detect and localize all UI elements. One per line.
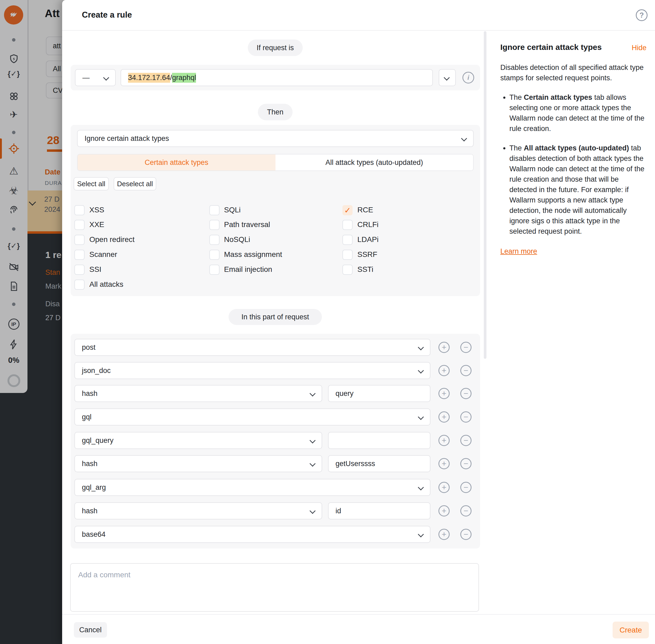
checkbox-xss[interactable]: [74, 205, 85, 215]
remove-part-button[interactable]: −: [460, 342, 471, 353]
add-part-button[interactable]: +: [439, 388, 450, 399]
checkbox-rce-checked[interactable]: ✓: [343, 205, 353, 215]
help-bullet-list: The Certain attack types tab allows sele…: [500, 92, 647, 237]
pill-label: If request is: [257, 44, 294, 52]
checkbox-crlfi[interactable]: [343, 220, 353, 230]
select-value: gql_query: [82, 436, 114, 445]
checkbox-mass-assignment[interactable]: [209, 250, 219, 260]
checkbox-label: RCE: [357, 206, 373, 214]
uri-input[interactable]: 34.172.17.64/graphql: [120, 69, 433, 86]
add-part-button[interactable]: +: [439, 482, 450, 493]
modal-scrollbar[interactable]: [484, 31, 487, 359]
pill-request-part: In this part of request: [229, 309, 322, 325]
info-glyph: i: [468, 74, 469, 82]
checkbox-scanner[interactable]: [74, 250, 85, 260]
remove-part-button[interactable]: −: [460, 435, 471, 446]
help-icon[interactable]: ?: [636, 9, 648, 21]
pill-if-request-is: If request is: [248, 40, 303, 56]
bullet-bold: All attack types (auto-updated): [524, 144, 629, 152]
chevron-down-icon: [103, 75, 109, 81]
hide-link[interactable]: Hide: [632, 44, 647, 52]
deselect-all-button[interactable]: Deselect all: [114, 177, 156, 190]
part-select-hash[interactable]: hash: [74, 385, 322, 402]
rule-action-value: Ignore certain attack types: [85, 135, 169, 143]
checkbox-label: SQLi: [224, 206, 240, 214]
remove-part-button[interactable]: −: [460, 482, 471, 493]
part-select-hash[interactable]: hash: [74, 502, 322, 520]
select-value: json_doc: [82, 367, 111, 375]
create-button[interactable]: Create: [613, 622, 649, 638]
checkbox-path-traversal[interactable]: [209, 220, 219, 230]
info-icon[interactable]: i: [463, 72, 474, 84]
add-part-button[interactable]: +: [439, 458, 450, 469]
checkbox-open-redirect[interactable]: [74, 235, 85, 245]
checkbox-ssti[interactable]: [343, 264, 353, 275]
part-value-input-empty[interactable]: [328, 432, 430, 449]
select-value: hash: [82, 460, 98, 468]
checkbox-xxe[interactable]: [74, 220, 85, 230]
rule-action-select[interactable]: Ignore certain attack types: [77, 130, 474, 147]
help-title: Ignore certain attack types: [500, 43, 602, 51]
method-select[interactable]: —: [75, 69, 116, 86]
checkbox-email-injection[interactable]: [209, 264, 219, 275]
add-part-button[interactable]: +: [439, 411, 450, 422]
remove-part-button[interactable]: −: [460, 388, 471, 399]
checkbox-label: Scanner: [89, 250, 117, 259]
part-select-gql-arg[interactable]: gql_arg: [74, 479, 430, 496]
question-glyph: ?: [639, 11, 644, 20]
part-value-input[interactable]: id: [328, 502, 430, 520]
uri-expand-button[interactable]: [439, 69, 456, 86]
checkbox-ssi[interactable]: [74, 264, 85, 275]
add-part-button[interactable]: +: [439, 365, 450, 376]
remove-part-button[interactable]: −: [460, 529, 471, 540]
add-part-button[interactable]: +: [439, 529, 450, 540]
method-value: —: [83, 74, 90, 82]
checkbox-label: SSI: [89, 265, 101, 274]
tab-label: Certain attack types: [144, 159, 208, 167]
select-value: hash: [82, 507, 98, 515]
bullet-text: The: [509, 93, 524, 101]
checkbox-nosqli[interactable]: [209, 235, 219, 245]
add-part-button[interactable]: +: [439, 435, 450, 446]
part-value-input[interactable]: getUserssss: [328, 455, 430, 472]
select-all-button[interactable]: Select all: [74, 177, 109, 190]
learn-more-link[interactable]: Learn more: [500, 247, 537, 256]
checkbox-label: Path traversal: [224, 220, 270, 229]
comment-textarea[interactable]: [70, 563, 479, 612]
checkbox-sqli[interactable]: [209, 205, 219, 215]
part-select-base64[interactable]: base64: [74, 526, 430, 543]
cancel-button[interactable]: Cancel: [74, 622, 107, 638]
part-select-json-doc[interactable]: json_doc: [74, 362, 430, 379]
part-select-gql[interactable]: gql: [74, 409, 430, 426]
button-label: Deselect all: [117, 180, 153, 188]
checkbox-label: LDAPi: [357, 235, 378, 244]
input-value: getUserssss: [335, 460, 375, 468]
checkbox-label: XSS: [89, 206, 104, 214]
remove-part-button[interactable]: −: [460, 411, 471, 422]
remove-part-button[interactable]: −: [460, 505, 471, 516]
part-select-gql-query[interactable]: gql_query: [74, 432, 322, 449]
checkbox-label: NoSQLi: [224, 235, 250, 244]
checkbox-label: All attacks: [89, 280, 123, 289]
button-label: Cancel: [79, 626, 101, 634]
part-select-post[interactable]: post: [74, 339, 430, 356]
attack-type-tabs: Certain attack types All attack types (a…: [77, 154, 474, 171]
remove-part-button[interactable]: −: [460, 365, 471, 376]
checkbox-label: CRLFi: [357, 220, 378, 229]
checkbox-ssrf[interactable]: [343, 250, 353, 260]
part-select-hash[interactable]: hash: [74, 455, 322, 472]
part-value-input[interactable]: query: [328, 385, 430, 402]
tab-certain-attack-types[interactable]: Certain attack types: [78, 155, 276, 170]
checkbox-ldapi[interactable]: [343, 235, 353, 245]
header-divider: [62, 30, 655, 31]
add-part-button[interactable]: +: [439, 505, 450, 516]
remove-part-button[interactable]: −: [460, 458, 471, 469]
select-value: gql_arg: [82, 483, 106, 492]
bullet-text: tab disables detection of both attack ty…: [509, 144, 644, 235]
chevron-down-icon: [461, 136, 467, 142]
add-part-button[interactable]: +: [439, 342, 450, 353]
checkbox-all-attacks[interactable]: [74, 280, 85, 290]
pill-then: Then: [258, 104, 293, 120]
select-value: gql: [82, 413, 92, 421]
tab-all-attack-types[interactable]: All attack types (auto-updated): [276, 155, 473, 170]
